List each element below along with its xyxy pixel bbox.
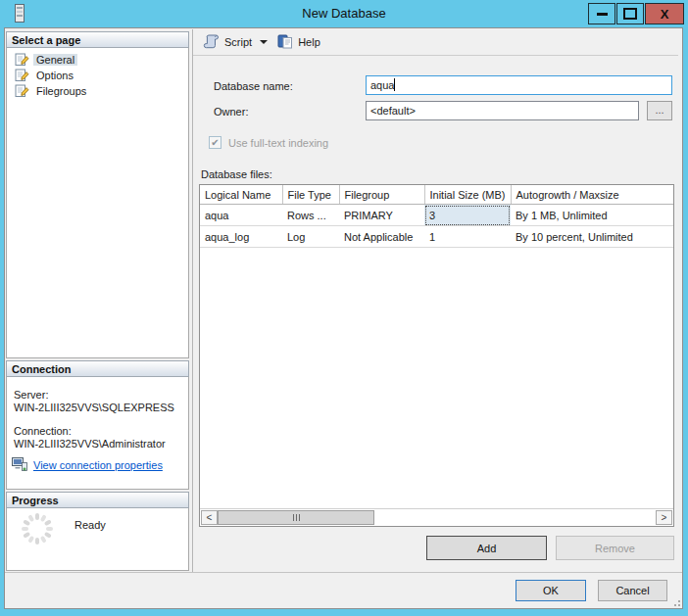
page-icon xyxy=(15,83,29,100)
owner-browse-button[interactable]: ... xyxy=(647,101,672,120)
scroll-right-button[interactable]: > xyxy=(656,510,672,525)
owner-label: Owner: xyxy=(214,105,248,119)
page-icon xyxy=(15,52,29,69)
files-table: Logical Name File Type Filegroup Initial… xyxy=(200,185,673,248)
table-row: aqua_log Log Not Applicable 1 By 10 perc… xyxy=(200,226,673,248)
script-label: Script xyxy=(224,36,252,48)
maximize-button[interactable] xyxy=(616,3,644,24)
col-initial-size[interactable]: Initial Size (MB) xyxy=(424,185,511,205)
horizontal-scrollbar: < > xyxy=(200,508,673,526)
fulltext-label: Use full-text indexing xyxy=(228,137,328,149)
database-name-label: Database name: xyxy=(214,79,293,94)
fulltext-checkbox[interactable]: ✔ xyxy=(209,136,221,149)
progress-header: Progress xyxy=(6,492,189,508)
sidebar-item-filegroups[interactable]: Filegroups xyxy=(7,83,188,99)
table-row: aqua Rows ... PRIMARY 3 By 1 MB, Unlimit… xyxy=(200,205,673,226)
page-icon xyxy=(15,68,29,84)
connection-label: Connection: xyxy=(14,425,178,437)
database-files-grid: Logical Name File Type Filegroup Initial… xyxy=(199,184,674,527)
progress-status: Ready xyxy=(74,519,106,531)
cell-filegroup[interactable]: Not Applicable xyxy=(339,226,424,248)
cell-autogrowth[interactable]: By 10 percent, Unlimited xyxy=(511,226,673,248)
database-files-label: Database files: xyxy=(201,168,272,180)
col-autogrowth[interactable]: Autogrowth / Maxsize xyxy=(511,185,673,205)
help-button[interactable]: Help xyxy=(273,31,324,54)
owner-input[interactable]: <default> xyxy=(366,101,639,120)
sidebar-item-general[interactable]: General xyxy=(7,52,188,68)
col-filegroup[interactable]: Filegroup xyxy=(339,185,424,205)
view-connection-properties-link[interactable]: View connection properties xyxy=(33,459,163,471)
minimize-icon xyxy=(597,13,608,16)
cell-file-type[interactable]: Rows ... xyxy=(282,205,339,226)
scrollbar-thumb[interactable] xyxy=(218,510,374,525)
close-button[interactable]: X xyxy=(645,3,684,24)
cell-file-type[interactable]: Log xyxy=(282,226,339,248)
script-button[interactable]: Script xyxy=(199,31,256,54)
cell-initial-size[interactable]: 1 xyxy=(424,226,511,248)
help-label: Help xyxy=(298,36,320,48)
col-logical-name[interactable]: Logical Name xyxy=(200,185,282,205)
script-icon xyxy=(203,34,220,51)
maximize-icon xyxy=(623,8,637,20)
window-title: New Database xyxy=(0,6,688,21)
scroll-left-button[interactable]: < xyxy=(201,510,218,525)
col-file-type[interactable]: File Type xyxy=(282,185,339,205)
sidebar-item-options[interactable]: Options xyxy=(7,68,188,83)
titlebar: New Database X xyxy=(0,0,688,27)
cell-filegroup[interactable]: PRIMARY xyxy=(339,205,424,226)
server-value: WIN-2LIII325VVS\SQLEXPRESS xyxy=(14,402,178,413)
footer-divider xyxy=(5,572,682,573)
cell-logical-name[interactable]: aqua xyxy=(200,205,282,226)
add-button[interactable]: Add xyxy=(426,536,547,560)
cancel-button[interactable]: Cancel xyxy=(598,580,667,601)
sidebar-item-label: General xyxy=(33,54,77,66)
progress-spinner-icon xyxy=(20,511,55,548)
cell-initial-size-selected[interactable]: 3 xyxy=(424,205,511,226)
script-dropdown-icon[interactable] xyxy=(260,40,268,44)
text-caret xyxy=(394,78,395,91)
sidebar-item-label: Filegroups xyxy=(33,85,89,97)
connection-properties-icon xyxy=(12,457,28,474)
check-icon: ✔ xyxy=(211,137,219,148)
toolbar: Script Help xyxy=(193,29,678,56)
cell-logical-name[interactable]: aqua_log xyxy=(200,226,282,248)
connection-header: Connection xyxy=(6,360,189,377)
remove-button[interactable]: Remove xyxy=(556,536,674,560)
server-label: Server: xyxy=(14,389,178,401)
help-icon xyxy=(277,34,293,51)
minimize-button[interactable] xyxy=(588,3,615,24)
cell-autogrowth[interactable]: By 1 MB, Unlimited xyxy=(511,205,673,226)
ok-button[interactable]: OK xyxy=(516,580,586,601)
panel-divider xyxy=(192,29,193,572)
table-header-row: Logical Name File Type Filegroup Initial… xyxy=(200,185,673,205)
select-page-panel: General Options xyxy=(6,48,189,358)
connection-value: WIN-2LIII325VVS\Administrator xyxy=(14,438,178,450)
close-icon: X xyxy=(661,7,669,22)
sidebar-item-label: Options xyxy=(33,70,76,81)
database-name-input[interactable]: aqua xyxy=(366,75,672,95)
select-page-header: Select a page xyxy=(6,31,189,48)
new-database-dialog: New Database X Select a page xyxy=(0,0,688,616)
resize-grip[interactable] xyxy=(670,596,680,606)
